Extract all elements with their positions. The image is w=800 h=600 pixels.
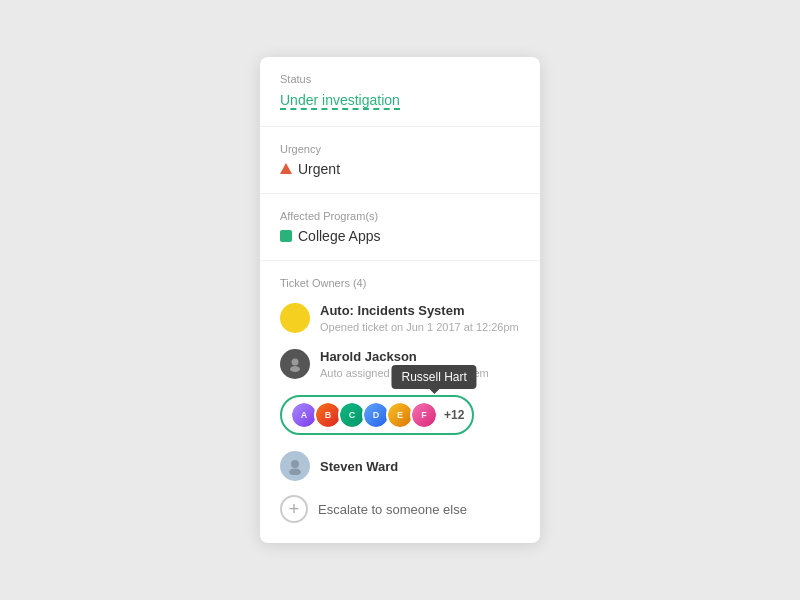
status-value: Under investigation [280,92,400,110]
tooltip: Russell Hart [391,365,476,389]
affected-programs-label: Affected Program(s) [280,210,520,222]
avatar-count: +12 [444,408,464,422]
warning-icon [280,163,292,174]
ticket-owners-section: Ticket Owners (4) Auto: Incidents System… [260,261,540,544]
ticket-owners-label: Ticket Owners (4) [280,277,520,289]
avatar-harold [280,349,310,379]
avatar-group[interactable]: A B C D E F +12 [280,395,474,435]
avatar-steven [280,451,310,481]
status-label: Status [280,73,520,85]
avatar-auto [280,303,310,333]
program-value: College Apps [298,228,381,244]
steven-row: Steven Ward [280,451,520,481]
avatar-group-item-6[interactable]: F [410,401,438,429]
owner-name-auto: Auto: Incidents System [320,303,519,318]
tooltip-wrapper: Russell Hart [391,365,476,389]
escalate-label: Escalate to someone else [318,502,467,517]
program-row: College Apps [280,228,520,244]
svg-point-0 [292,359,299,366]
svg-point-2 [291,460,299,468]
urgency-value: Urgent [298,161,340,177]
svg-point-3 [289,469,301,476]
plus-icon: + [280,495,308,523]
urgency-label: Urgency [280,143,520,155]
program-dot-icon [280,230,292,242]
status-section: Status Under investigation [260,57,540,127]
avatar-group-wrapper: Russell Hart A B C D E F [280,395,520,435]
owner-row-auto: Auto: Incidents System Opened ticket on … [280,303,520,335]
escalate-row[interactable]: + Escalate to someone else [280,495,520,523]
main-card: Status Under investigation Urgency Urgen… [260,57,540,544]
urgency-section: Urgency Urgent [260,127,540,194]
svg-point-1 [290,366,300,372]
owner-info-auto: Auto: Incidents System Opened ticket on … [320,303,519,335]
owner-sub-auto: Opened ticket on Jun 1 2017 at 12:26pm [320,320,519,335]
steven-name: Steven Ward [320,459,398,474]
affected-programs-section: Affected Program(s) College Apps [260,194,540,261]
urgency-row: Urgent [280,161,520,177]
owner-name-harold: Harold Jackson [320,349,489,364]
